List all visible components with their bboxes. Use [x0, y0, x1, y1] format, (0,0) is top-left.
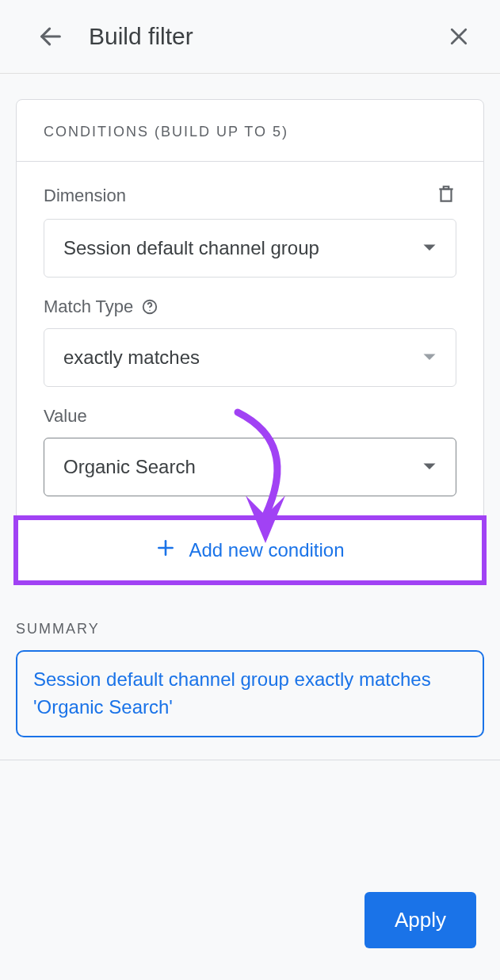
- conditions-card: CONDITIONS (BUILD UP TO 5) Dimension Ses…: [16, 99, 484, 583]
- value-select[interactable]: Organic Search: [44, 438, 456, 496]
- dimension-value: Session default channel group: [63, 237, 319, 259]
- summary-label: SUMMARY: [16, 621, 484, 637]
- caret-down-icon: [422, 462, 437, 472]
- help-icon[interactable]: [141, 298, 158, 316]
- header: Build filter: [0, 0, 500, 74]
- add-condition-button[interactable]: Add new condition: [18, 520, 482, 580]
- close-icon[interactable]: [440, 17, 478, 56]
- add-condition-label: Add new condition: [189, 539, 344, 561]
- trash-icon[interactable]: [436, 184, 456, 208]
- match-type-label-text: Match Type: [44, 297, 133, 317]
- summary-box: Session default channel group exactly ma…: [16, 650, 484, 737]
- caret-down-icon: [422, 353, 437, 362]
- conditions-body: Dimension Session default channel group …: [17, 162, 483, 496]
- match-type-value: exactly matches: [63, 346, 200, 369]
- page-title: Build filter: [89, 23, 440, 50]
- add-condition-highlight: Add new condition: [13, 515, 487, 585]
- value-label: Value: [44, 406, 456, 427]
- dimension-select[interactable]: Session default channel group: [44, 219, 456, 278]
- svg-point-4: [150, 310, 151, 311]
- caret-down-icon: [422, 243, 437, 253]
- back-arrow-icon[interactable]: [32, 17, 70, 56]
- match-type-select[interactable]: exactly matches: [44, 328, 456, 387]
- dimension-label: Dimension: [44, 186, 126, 206]
- apply-button[interactable]: Apply: [365, 892, 476, 948]
- plus-icon: [155, 538, 176, 563]
- value-value: Organic Search: [63, 456, 196, 478]
- divider: [0, 760, 500, 760]
- conditions-header: CONDITIONS (BUILD UP TO 5): [17, 100, 483, 162]
- match-type-label: Match Type: [44, 297, 456, 317]
